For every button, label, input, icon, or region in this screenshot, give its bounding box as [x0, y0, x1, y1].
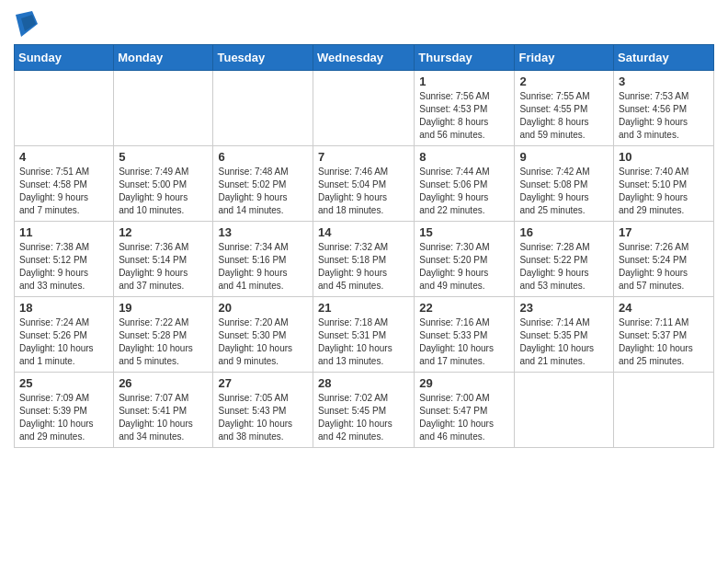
- day-info: Sunrise: 7:36 AM Sunset: 5:14 PM Dayligh…: [119, 241, 208, 293]
- calendar-cell: 17Sunrise: 7:26 AM Sunset: 5:24 PM Dayli…: [614, 222, 714, 297]
- calendar-cell: 6Sunrise: 7:48 AM Sunset: 5:02 PM Daylig…: [213, 146, 313, 222]
- calendar-cell: 25Sunrise: 7:09 AM Sunset: 5:39 PM Dayli…: [15, 373, 114, 448]
- calendar-week-row: 18Sunrise: 7:24 AM Sunset: 5:26 PM Dayli…: [15, 297, 714, 373]
- calendar-week-row: 1Sunrise: 7:56 AM Sunset: 4:53 PM Daylig…: [15, 71, 714, 146]
- day-number: 20: [218, 301, 308, 315]
- calendar-cell: 13Sunrise: 7:34 AM Sunset: 5:16 PM Dayli…: [213, 222, 313, 297]
- weekday-header-wednesday: Wednesday: [313, 45, 415, 71]
- calendar-cell: 26Sunrise: 7:07 AM Sunset: 5:41 PM Dayli…: [114, 373, 213, 448]
- day-info: Sunrise: 7:18 AM Sunset: 5:31 PM Dayligh…: [318, 316, 409, 368]
- weekday-header-monday: Monday: [114, 45, 213, 71]
- day-number: 12: [119, 225, 208, 239]
- day-number: 16: [519, 225, 609, 239]
- day-number: 7: [318, 150, 409, 164]
- weekday-header-sunday: Sunday: [15, 45, 114, 71]
- logo-icon: [16, 11, 38, 37]
- calendar-cell: [15, 71, 114, 146]
- day-info: Sunrise: 7:30 AM Sunset: 5:20 PM Dayligh…: [419, 241, 509, 293]
- day-info: Sunrise: 7:40 AM Sunset: 5:10 PM Dayligh…: [619, 166, 709, 217]
- day-number: 19: [119, 301, 208, 315]
- day-number: 2: [519, 75, 609, 88]
- day-number: 14: [318, 225, 409, 239]
- calendar-cell: 12Sunrise: 7:36 AM Sunset: 5:14 PM Dayli…: [114, 222, 213, 297]
- calendar-cell: 22Sunrise: 7:16 AM Sunset: 5:33 PM Dayli…: [415, 297, 515, 373]
- calendar-cell: 11Sunrise: 7:38 AM Sunset: 5:12 PM Dayli…: [15, 222, 114, 297]
- day-number: 5: [119, 150, 208, 164]
- day-number: 8: [419, 150, 509, 164]
- day-number: 25: [19, 376, 108, 390]
- calendar-cell: [213, 71, 313, 146]
- day-info: Sunrise: 7:02 AM Sunset: 5:45 PM Dayligh…: [318, 392, 409, 443]
- day-info: Sunrise: 7:00 AM Sunset: 5:47 PM Dayligh…: [419, 392, 509, 443]
- calendar-cell: 21Sunrise: 7:18 AM Sunset: 5:31 PM Dayli…: [313, 297, 415, 373]
- calendar-cell: 9Sunrise: 7:42 AM Sunset: 5:08 PM Daylig…: [515, 146, 614, 222]
- weekday-header-saturday: Saturday: [614, 45, 714, 71]
- calendar-cell: 3Sunrise: 7:53 AM Sunset: 4:56 PM Daylig…: [614, 71, 714, 146]
- weekday-header-row: SundayMondayTuesdayWednesdayThursdayFrid…: [15, 45, 714, 71]
- calendar-cell: 18Sunrise: 7:24 AM Sunset: 5:26 PM Dayli…: [15, 297, 114, 373]
- day-info: Sunrise: 7:09 AM Sunset: 5:39 PM Dayligh…: [19, 392, 108, 443]
- day-info: Sunrise: 7:16 AM Sunset: 5:33 PM Dayligh…: [419, 316, 509, 368]
- day-number: 23: [519, 301, 609, 315]
- day-number: 27: [218, 376, 308, 390]
- calendar-cell: 23Sunrise: 7:14 AM Sunset: 5:35 PM Dayli…: [515, 297, 614, 373]
- day-info: Sunrise: 7:48 AM Sunset: 5:02 PM Dayligh…: [218, 166, 308, 217]
- day-info: Sunrise: 7:24 AM Sunset: 5:26 PM Dayligh…: [19, 316, 108, 368]
- calendar-cell: 10Sunrise: 7:40 AM Sunset: 5:10 PM Dayli…: [614, 146, 714, 222]
- day-info: Sunrise: 7:46 AM Sunset: 5:04 PM Dayligh…: [318, 166, 409, 217]
- calendar-cell: 29Sunrise: 7:00 AM Sunset: 5:47 PM Dayli…: [415, 373, 515, 448]
- day-info: Sunrise: 7:42 AM Sunset: 5:08 PM Dayligh…: [519, 166, 609, 217]
- day-info: Sunrise: 7:28 AM Sunset: 5:22 PM Dayligh…: [519, 241, 609, 293]
- calendar-week-row: 4Sunrise: 7:51 AM Sunset: 4:58 PM Daylig…: [15, 146, 714, 222]
- calendar-cell: 2Sunrise: 7:55 AM Sunset: 4:55 PM Daylig…: [515, 71, 614, 146]
- calendar-week-row: 25Sunrise: 7:09 AM Sunset: 5:39 PM Dayli…: [15, 373, 714, 448]
- day-info: Sunrise: 7:53 AM Sunset: 4:56 PM Dayligh…: [619, 90, 709, 142]
- day-info: Sunrise: 7:14 AM Sunset: 5:35 PM Dayligh…: [519, 316, 609, 368]
- day-info: Sunrise: 7:51 AM Sunset: 4:58 PM Dayligh…: [19, 166, 108, 217]
- calendar-week-row: 11Sunrise: 7:38 AM Sunset: 5:12 PM Dayli…: [15, 222, 714, 297]
- calendar-cell: 5Sunrise: 7:49 AM Sunset: 5:00 PM Daylig…: [114, 146, 213, 222]
- calendar-cell: [313, 71, 415, 146]
- day-info: Sunrise: 7:07 AM Sunset: 5:41 PM Dayligh…: [119, 392, 208, 443]
- day-info: Sunrise: 7:22 AM Sunset: 5:28 PM Dayligh…: [119, 316, 208, 368]
- calendar-cell: 14Sunrise: 7:32 AM Sunset: 5:18 PM Dayli…: [313, 222, 415, 297]
- day-number: 26: [119, 376, 208, 390]
- calendar-cell: 15Sunrise: 7:30 AM Sunset: 5:20 PM Dayli…: [415, 222, 515, 297]
- day-number: 18: [19, 301, 108, 315]
- day-number: 13: [218, 225, 308, 239]
- calendar-cell: 24Sunrise: 7:11 AM Sunset: 5:37 PM Dayli…: [614, 297, 714, 373]
- day-info: Sunrise: 7:55 AM Sunset: 4:55 PM Dayligh…: [519, 90, 609, 142]
- day-number: 10: [619, 150, 709, 164]
- day-info: Sunrise: 7:32 AM Sunset: 5:18 PM Dayligh…: [318, 241, 409, 293]
- calendar-cell: 4Sunrise: 7:51 AM Sunset: 4:58 PM Daylig…: [15, 146, 114, 222]
- calendar-cell: 8Sunrise: 7:44 AM Sunset: 5:06 PM Daylig…: [415, 146, 515, 222]
- calendar-table: SundayMondayTuesdayWednesdayThursdayFrid…: [14, 44, 714, 448]
- day-info: Sunrise: 7:49 AM Sunset: 5:00 PM Dayligh…: [119, 166, 208, 217]
- weekday-header-tuesday: Tuesday: [213, 45, 313, 71]
- calendar-cell: 16Sunrise: 7:28 AM Sunset: 5:22 PM Dayli…: [515, 222, 614, 297]
- day-number: 15: [419, 225, 509, 239]
- day-info: Sunrise: 7:05 AM Sunset: 5:43 PM Dayligh…: [218, 392, 308, 443]
- calendar-cell: 7Sunrise: 7:46 AM Sunset: 5:04 PM Daylig…: [313, 146, 415, 222]
- header-area: [14, 9, 714, 37]
- day-info: Sunrise: 7:44 AM Sunset: 5:06 PM Dayligh…: [419, 166, 509, 217]
- day-info: Sunrise: 7:26 AM Sunset: 5:24 PM Dayligh…: [619, 241, 709, 293]
- day-number: 29: [419, 376, 509, 390]
- logo: [14, 15, 38, 37]
- weekday-header-thursday: Thursday: [415, 45, 515, 71]
- calendar-cell: 27Sunrise: 7:05 AM Sunset: 5:43 PM Dayli…: [213, 373, 313, 448]
- day-info: Sunrise: 7:34 AM Sunset: 5:16 PM Dayligh…: [218, 241, 308, 293]
- day-number: 11: [19, 225, 108, 239]
- day-number: 1: [419, 75, 509, 88]
- calendar-cell: 20Sunrise: 7:20 AM Sunset: 5:30 PM Dayli…: [213, 297, 313, 373]
- day-info: Sunrise: 7:56 AM Sunset: 4:53 PM Dayligh…: [419, 90, 509, 142]
- day-number: 24: [619, 301, 709, 315]
- day-number: 17: [619, 225, 709, 239]
- calendar-cell: 28Sunrise: 7:02 AM Sunset: 5:45 PM Dayli…: [313, 373, 415, 448]
- day-number: 3: [619, 75, 709, 88]
- calendar-cell: 1Sunrise: 7:56 AM Sunset: 4:53 PM Daylig…: [415, 71, 515, 146]
- calendar-cell: 19Sunrise: 7:22 AM Sunset: 5:28 PM Dayli…: [114, 297, 213, 373]
- day-number: 6: [218, 150, 308, 164]
- day-number: 4: [19, 150, 108, 164]
- day-number: 28: [318, 376, 409, 390]
